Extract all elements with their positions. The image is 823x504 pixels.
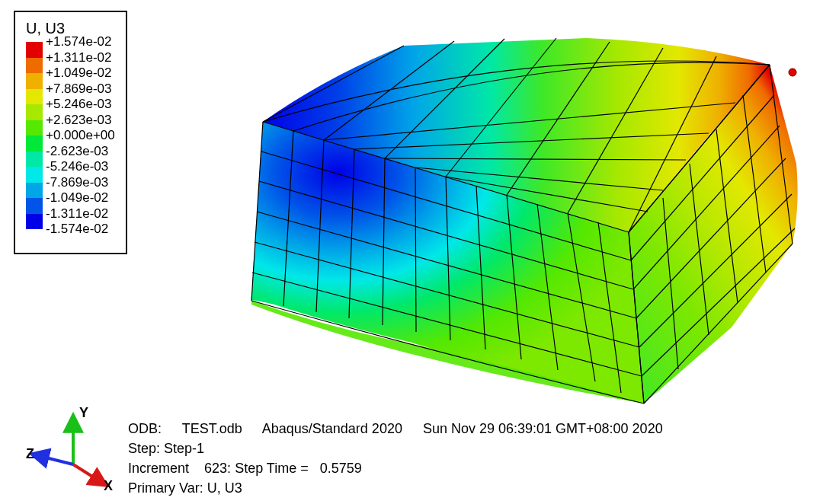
legend-values: +1.574e-02+1.311e-02+1.049e-02+7.869e-03… (46, 34, 115, 238)
legend-swatch (26, 152, 43, 167)
legend-value: -7.869e-03 (46, 175, 115, 191)
mesh-lines-front (251, 122, 644, 404)
primary-var-label: Primary Var: (128, 480, 203, 496)
legend-value: -2.623e-03 (46, 144, 115, 160)
solver-name: Abaqus/Standard 2020 (262, 421, 402, 436)
metadata-line-1: ODB: TEST.odb Abaqus/Standard 2020 Sun N… (128, 419, 680, 439)
step-time-value: 0.5759 (320, 461, 362, 476)
legend-swatch (26, 198, 43, 214)
legend-swatch (26, 214, 43, 230)
step-name: Step-1 (164, 441, 204, 456)
metadata-line-2: Step: Step-1 (128, 439, 680, 458)
mesh-lines-right (629, 65, 795, 404)
legend-value: -1.049e-02 (46, 190, 115, 206)
legend-value: +2.623e-03 (46, 113, 115, 129)
odb-label: ODB: (128, 421, 162, 436)
step-time-label: Step Time = (235, 461, 309, 476)
legend-value: +1.574e-02 (46, 34, 115, 50)
increment-label: Increment (128, 461, 189, 476)
axis-x (73, 464, 102, 483)
max-value-marker (789, 69, 796, 76)
legend-value: -5.246e-03 (46, 159, 115, 175)
odb-file: TEST.odb (182, 421, 242, 436)
primary-var-value: U, U3 (207, 480, 242, 496)
legend-swatch (26, 167, 43, 183)
mesh-bottom-bulge (251, 301, 644, 404)
legend-swatch (26, 42, 43, 58)
legend-value: -1.311e-02 (46, 206, 115, 222)
axis-z (37, 455, 73, 464)
axis-y-label: Y (79, 405, 88, 420)
legend-swatches (26, 42, 43, 245)
increment-number: 623: (204, 461, 231, 476)
coordinate-triad: Y Z X (26, 404, 117, 495)
legend-swatch (26, 58, 43, 74)
legend-value: +0.000e+00 (46, 128, 115, 144)
legend-value: +5.246e-03 (46, 97, 115, 113)
step-label: Step: (128, 441, 160, 456)
metadata-block: ODB: TEST.odb Abaqus/Standard 2020 Sun N… (128, 419, 680, 498)
mesh-front-face (251, 122, 644, 404)
axis-z-label: Z (26, 446, 34, 461)
legend-swatch (26, 104, 43, 120)
axis-x-label: X (104, 478, 113, 493)
mesh-lines-top (263, 38, 770, 232)
legend-swatch (26, 73, 43, 89)
metadata-line-4: Primary Var: U, U3 (128, 478, 680, 498)
legend-swatch (26, 183, 43, 199)
contour-legend: U, U3 +1.574e-02+1.311e-02+1.049e-02+7.8… (14, 11, 127, 254)
legend-value: +7.869e-03 (46, 81, 115, 97)
legend-value: +1.311e-02 (46, 50, 115, 66)
timestamp: Sun Nov 29 06:39:01 GMT+08:00 2020 (423, 421, 663, 436)
legend-swatch (26, 120, 43, 136)
legend-swatch (26, 89, 43, 105)
mesh-top-face (263, 38, 770, 232)
legend-value: -1.574e-02 (46, 222, 115, 238)
legend-value: +1.049e-02 (46, 65, 115, 81)
metadata-line-3: Increment 623: Step Time = 0.5759 (128, 458, 680, 478)
legend-swatch (26, 136, 43, 152)
mesh-right-face (629, 65, 798, 404)
